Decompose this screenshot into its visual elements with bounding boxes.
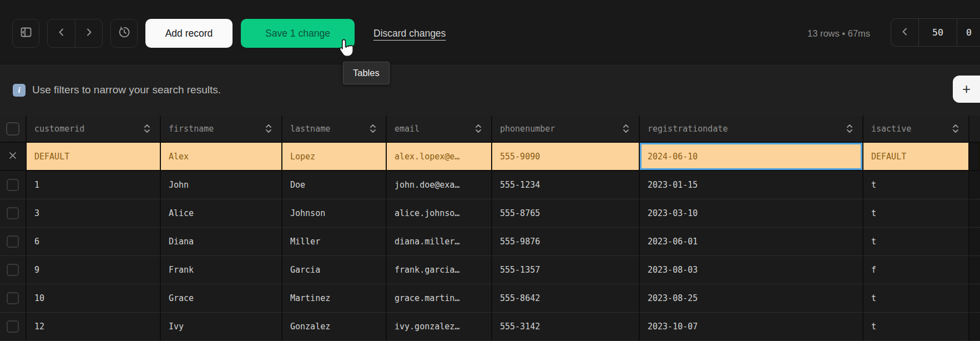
cell-email[interactable]: alex.lopex@e… <box>387 143 492 171</box>
cell-phonenumber[interactable]: 555-9876 <box>492 228 640 256</box>
page-size-field[interactable]: 50 <box>918 19 957 46</box>
table-right-gutter <box>969 313 980 341</box>
save-changes-button[interactable]: Save 1 change <box>241 19 355 48</box>
row-checkbox[interactable] <box>7 320 19 333</box>
discard-row-cell[interactable] <box>0 143 27 171</box>
row-checkbox[interactable] <box>7 292 19 304</box>
cell-phonenumber[interactable]: 555-1234 <box>492 171 640 199</box>
panel-left-icon <box>19 26 33 41</box>
cell-registrationdate[interactable]: 2023-06-01 <box>640 228 863 256</box>
cell-email[interactable]: frank.garcia… <box>387 256 492 284</box>
column-header-phonenumber[interactable]: phonenumber <box>492 116 640 143</box>
forward-button[interactable] <box>75 19 102 47</box>
table-row: 1 John Doe john.doe@exa… 555-1234 2023-0… <box>0 171 980 199</box>
cell-isactive[interactable]: t <box>863 199 969 228</box>
column-header-email[interactable]: email <box>387 116 492 143</box>
column-header-customerid[interactable]: customerid <box>27 116 161 143</box>
table-row: 10 Grace Martinez grace.martin… 555-8642… <box>0 284 980 313</box>
cell-registrationdate[interactable]: 2023-01-15 <box>640 171 863 199</box>
cell-phonenumber[interactable]: 555-8765 <box>492 199 640 228</box>
cell-isactive[interactable]: t <box>863 228 969 256</box>
cell-phonenumber[interactable]: 555-1357 <box>492 256 640 284</box>
history-nav-group <box>47 19 103 48</box>
cell-firstname[interactable]: Alex <box>161 143 282 171</box>
cell-lastname[interactable]: Garcia <box>282 256 387 284</box>
cell-phonenumber[interactable]: 555-3142 <box>492 313 640 341</box>
discard-changes-link[interactable]: Discard changes <box>373 28 446 39</box>
cell-isactive[interactable]: f <box>863 256 969 284</box>
row-checkbox[interactable] <box>7 235 19 248</box>
cell-firstname[interactable]: Grace <box>161 284 282 313</box>
cell-lastname[interactable]: Gonzalez <box>282 313 387 341</box>
row-checkbox[interactable] <box>7 179 19 191</box>
table-right-gutter <box>969 143 980 171</box>
cell-lastname[interactable]: Lopez <box>282 143 387 171</box>
cell-registrationdate[interactable]: 2023-10-07 <box>640 313 863 341</box>
page-offset-field[interactable]: 0 <box>957 19 980 46</box>
cell-email[interactable]: grace.martin… <box>387 284 492 313</box>
cell-firstname[interactable]: Diana <box>161 228 282 256</box>
table-right-gutter <box>969 171 980 199</box>
table-row: 9 Frank Garcia frank.garcia… 555-1357 20… <box>0 256 980 284</box>
cell-isactive[interactable]: t <box>863 284 969 313</box>
row-select-cell <box>0 313 27 341</box>
column-header-firstname[interactable]: firstname <box>161 116 282 143</box>
cell-customerid[interactable]: 3 <box>27 199 161 228</box>
table-row: 12 Ivy Gonzalez ivy.gonzalez… 555-3142 2… <box>0 313 980 341</box>
cell-customerid[interactable]: 1 <box>27 171 161 199</box>
chevron-right-icon <box>84 27 94 39</box>
add-filter-button[interactable]: + <box>953 76 980 103</box>
sort-icon[interactable] <box>622 123 630 134</box>
select-all-checkbox[interactable] <box>6 122 19 136</box>
cell-isactive[interactable]: t <box>863 171 969 199</box>
cell-firstname[interactable]: Ivy <box>161 313 282 341</box>
cell-email[interactable]: john.doe@exa… <box>387 171 492 199</box>
cell-firstname[interactable]: Frank <box>161 256 282 284</box>
table-row: 3 Alice Johnson alice.johnso… 555-8765 2… <box>0 199 980 228</box>
chevron-left-icon <box>900 27 910 39</box>
pagination-control: 50 0 <box>891 18 980 47</box>
cell-registrationdate-selected[interactable]: 2024-06-10 <box>640 143 863 171</box>
cell-lastname[interactable]: Doe <box>282 171 387 199</box>
cell-customerid[interactable]: 12 <box>27 313 161 341</box>
table-body: 1 John Doe john.doe@exa… 555-1234 2023-0… <box>0 171 980 341</box>
cell-customerid[interactable]: 9 <box>27 256 161 284</box>
cell-lastname[interactable]: Johnson <box>282 199 387 228</box>
cell-isactive[interactable]: DEFAULT <box>863 143 969 171</box>
cell-firstname[interactable]: Alice <box>161 199 282 228</box>
row-checkbox[interactable] <box>7 264 19 276</box>
page-prev-button[interactable] <box>891 19 918 46</box>
cell-customerid[interactable]: DEFAULT <box>27 143 161 171</box>
cell-phonenumber[interactable]: 555-8642 <box>492 284 640 313</box>
row-select-cell <box>0 228 27 256</box>
cell-isactive[interactable]: t <box>863 313 969 341</box>
sort-icon[interactable] <box>369 123 377 134</box>
cell-registrationdate[interactable]: 2023-03-10 <box>640 199 863 228</box>
sort-icon[interactable] <box>846 123 853 134</box>
sort-icon[interactable] <box>265 123 272 134</box>
cell-email[interactable]: alice.johnso… <box>387 199 492 228</box>
cell-customerid[interactable]: 10 <box>27 284 161 313</box>
row-select-cell <box>0 256 27 284</box>
cell-email[interactable]: ivy.gonzalez… <box>387 313 492 341</box>
row-checkbox[interactable] <box>7 207 19 219</box>
table-right-gutter <box>969 116 980 143</box>
cell-lastname[interactable]: Martinez <box>282 284 387 313</box>
sidebar-toggle-button[interactable] <box>12 19 39 48</box>
cell-email[interactable]: diana.miller… <box>387 228 492 256</box>
back-button[interactable] <box>48 19 75 47</box>
sort-icon[interactable] <box>474 123 482 134</box>
cell-registrationdate[interactable]: 2023-08-03 <box>640 256 863 284</box>
cell-customerid[interactable]: 6 <box>27 228 161 256</box>
cell-firstname[interactable]: John <box>161 171 282 199</box>
column-header-isactive[interactable]: isactive <box>863 116 969 143</box>
cell-lastname[interactable]: Miller <box>282 228 387 256</box>
query-history-button[interactable] <box>110 19 138 48</box>
cell-phonenumber[interactable]: 555-9090 <box>492 143 640 171</box>
sort-icon[interactable] <box>143 123 151 134</box>
cell-registrationdate[interactable]: 2023-08-25 <box>640 284 863 313</box>
column-header-registrationdate[interactable]: registrationdate <box>640 116 863 143</box>
sort-icon[interactable] <box>952 123 959 134</box>
add-record-button[interactable]: Add record <box>145 19 233 48</box>
column-header-lastname[interactable]: lastname <box>282 116 387 143</box>
